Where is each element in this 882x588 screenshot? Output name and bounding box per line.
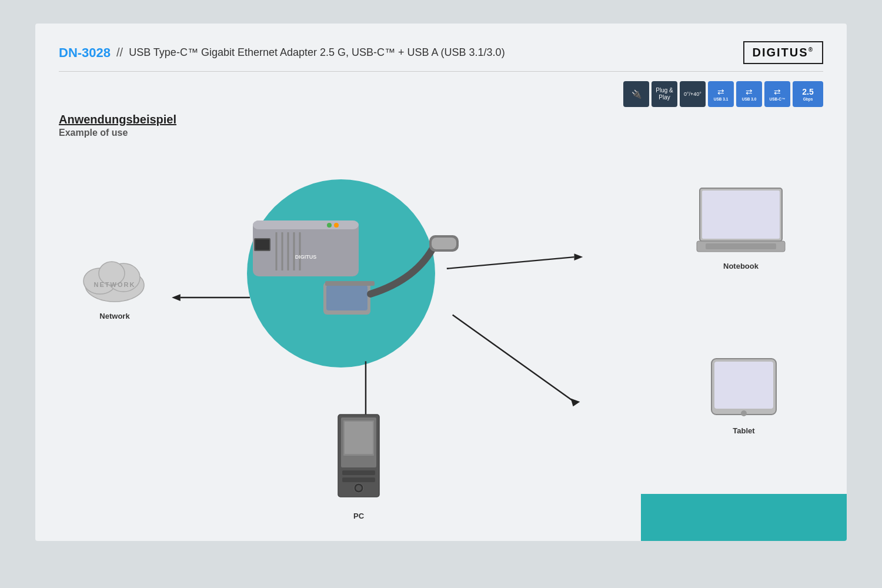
logo-text: DIGITUS	[753, 46, 808, 59]
header: DN-3028 // USB Type-C™ Gigabit Ethernet …	[59, 41, 823, 72]
section-title-en: Example of use	[59, 128, 823, 138]
svg-text:DIGITUS: DIGITUS	[295, 254, 317, 260]
svg-rect-17	[432, 238, 456, 249]
svg-rect-33	[706, 243, 776, 249]
product-title: DN-3028 // USB Type-C™ Gigabit Ethernet …	[59, 45, 505, 61]
logo-sup: ®	[808, 46, 814, 53]
network-label: Network	[76, 312, 153, 320]
feature-icons-row: 🔌 Plug & Play 0°/+40° ⇄ USB 3.1 ⇄ USB 3.…	[59, 81, 823, 107]
tablet-label: Tablet	[706, 426, 782, 435]
product-name: USB Type-C™ Gigabit Ethernet Adapter 2.5…	[129, 46, 505, 59]
feature-icon-usb31: ⇄ USB 3.1	[708, 81, 734, 107]
feature-icon-connector: 🔌	[623, 81, 649, 107]
notebook-icon	[694, 185, 788, 256]
svg-point-42	[356, 485, 362, 491]
diagram: NETWORK Network	[59, 150, 823, 526]
feature-icon-angle: 0°/+40°	[680, 81, 706, 107]
svg-text:NETWORK: NETWORK	[94, 281, 136, 288]
svg-rect-44	[345, 422, 373, 454]
svg-rect-19	[253, 220, 359, 229]
svg-marker-5	[571, 398, 580, 406]
product-id: DN-3028	[59, 45, 111, 61]
feature-icon-usbc: ⇄ USB-C™	[764, 81, 790, 107]
pc-icon	[329, 412, 388, 506]
notebook-device: Notebook	[694, 185, 788, 270]
svg-rect-35	[714, 362, 773, 409]
svg-rect-26	[255, 239, 269, 250]
svg-rect-31	[702, 191, 780, 239]
svg-rect-15	[325, 281, 375, 286]
notebook-label: Notebook	[694, 262, 788, 270]
svg-rect-39	[342, 470, 375, 475]
svg-rect-40	[342, 477, 375, 482]
svg-marker-3	[574, 253, 583, 260]
feature-icon-plugplay: Plug & Play	[652, 81, 677, 107]
tablet-icon	[706, 356, 782, 420]
section-title-de: Anwendungsbeispiel	[59, 113, 823, 126]
tablet-device: Tablet	[706, 356, 782, 435]
svg-point-28	[334, 223, 339, 228]
svg-point-27	[327, 223, 332, 228]
main-card: DN-3028 // USB Type-C™ Gigabit Ethernet …	[35, 24, 847, 541]
pc-device: PC	[329, 412, 388, 520]
svg-rect-14	[326, 285, 368, 310]
feature-icon-speed: 2.5 Gbps	[793, 81, 823, 107]
svg-point-36	[741, 410, 747, 416]
digitus-logo: DIGITUS®	[743, 41, 824, 64]
cloud-icon: NETWORK	[76, 253, 153, 306]
adapter-svg: DIGITUS	[229, 173, 476, 362]
svg-marker-1	[172, 294, 181, 301]
pc-label: PC	[329, 512, 388, 520]
product-image: DIGITUS	[229, 173, 465, 373]
product-separator: //	[116, 46, 123, 59]
network-device: NETWORK Network	[76, 253, 153, 320]
feature-icon-usb30: ⇄ USB 3.0	[736, 81, 762, 107]
